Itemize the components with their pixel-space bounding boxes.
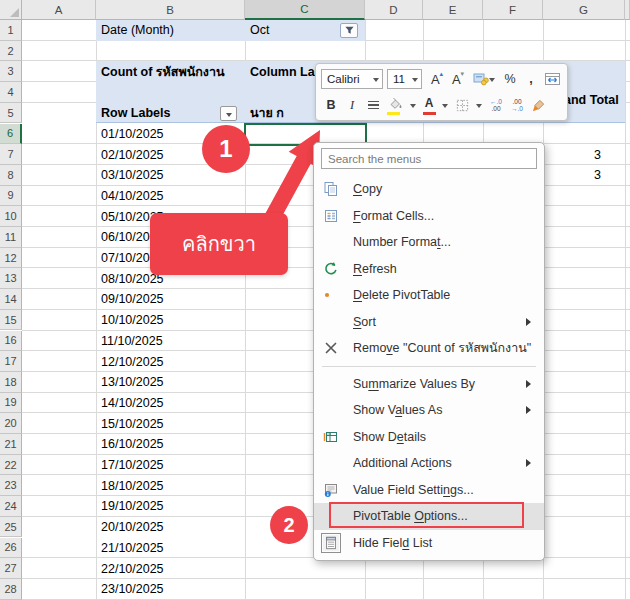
row-header-19[interactable]: 19 [0,393,22,414]
row-header-11[interactable]: 11 [0,227,22,248]
cell-date-row-16[interactable]: 11/10/2025 [96,331,245,352]
column-header-b[interactable]: B [96,0,245,20]
row-header-2[interactable]: 2 [0,41,22,62]
menu-item-show-details[interactable]: Show Details [314,424,544,451]
font-name-select[interactable]: Calibri [321,69,383,89]
submenu-arrow-icon [526,406,531,414]
cell-b5-row-labels[interactable]: Row Labels [96,103,221,124]
menu-search-input[interactable] [321,148,537,169]
bold-button[interactable]: B [321,94,341,116]
cell-date-row-9[interactable]: 04/10/2025 [96,186,245,207]
cell-grand-total-value-row-7[interactable]: 3 [543,144,625,165]
increase-decimal-button[interactable]: ←.0.00 [486,94,506,116]
row-header-26[interactable]: 26 [0,538,22,559]
decrease-decimal-button[interactable]: .00→.0 [507,94,527,116]
cell-date-row-28[interactable]: 23/10/2025 [96,579,245,600]
format-painter-button[interactable] [528,94,548,116]
decrease-font-size-button[interactable]: A▾ [448,68,468,90]
row-header-21[interactable]: 21 [0,434,22,455]
row-header-5[interactable]: 5 [0,103,22,124]
cell-date-row-25[interactable]: 20/10/2025 [96,517,245,538]
font-color-dropdown[interactable] [439,94,451,116]
row-header-13[interactable]: 13 [0,268,22,289]
cell-date-row-27[interactable]: 22/10/2025 [96,558,245,579]
menu-item-refresh[interactable]: Refresh [314,256,544,283]
cell-b3-pivot-title[interactable]: Count of รหัสพนักงาน [96,61,245,82]
column-header-d[interactable]: D [365,0,423,20]
percent-style-button[interactable]: % [500,68,520,90]
row-header-27[interactable]: 27 [0,558,22,579]
align-button[interactable] [363,94,383,116]
menu-item-copy[interactable]: Copy [314,176,544,203]
refresh-icon [323,261,339,277]
row-header-6[interactable]: 6 [0,124,22,145]
cell-date-row-23[interactable]: 18/10/2025 [96,475,245,496]
up-tick-icon: ▴ [440,70,444,78]
row-header-14[interactable]: 14 [0,289,22,310]
cell-date-row-14[interactable]: 09/10/2025 [96,289,245,310]
row-header-24[interactable]: 24 [0,496,22,517]
row-header-4[interactable]: 4 [0,82,22,103]
menu-item-summarize-values-by[interactable]: Summarize Values By [314,371,544,398]
row-header-25[interactable]: 25 [0,517,22,538]
fill-color-button[interactable] [384,94,406,116]
menu-item-format-cells[interactable]: Format Cells... [314,203,544,230]
italic-button[interactable]: I [342,94,362,116]
column-header-e[interactable]: E [423,0,483,20]
comma-style-button[interactable]: , [521,68,541,90]
cell-date-row-26[interactable]: 21/10/2025 [96,538,245,559]
row-header-9[interactable]: 9 [0,186,22,207]
row-header-3[interactable]: 3 [0,61,22,82]
column-header-g[interactable]: G [543,0,625,20]
menu-item-label: Remove "Count of รหัสพนักงาน" [353,338,531,358]
cell-b1-date-month[interactable]: Date (Month) [96,20,245,41]
row-header-15[interactable]: 15 [0,310,22,331]
increase-font-size-button[interactable]: A▴ [427,68,447,90]
borders-button[interactable] [452,94,472,116]
step-1-number: 1 [219,135,232,163]
menu-item-sort[interactable]: Sort [314,309,544,336]
row-header-23[interactable]: 23 [0,475,22,496]
cell-date-row-18[interactable]: 13/10/2025 [96,372,245,393]
menu-item-show-values-as[interactable]: Show Values As [314,397,544,424]
filter-funnel-button[interactable] [340,23,358,38]
row-header-28[interactable]: 28 [0,579,22,600]
fill-color-dropdown[interactable] [407,94,419,116]
column-header-a[interactable]: A [22,0,96,20]
row-labels-dropdown-button[interactable] [220,106,237,121]
borders-dropdown[interactable] [473,94,485,116]
font-color-button[interactable]: A [420,94,438,116]
column-header-partial[interactable] [625,0,630,20]
row-header-17[interactable]: 17 [0,351,22,372]
cell-grand-total-value-row-8[interactable]: 3 [543,165,625,186]
select-all-corner[interactable] [0,0,22,20]
menu-item-additional-actions[interactable]: Additional Actions [314,450,544,477]
row-header-20[interactable]: 20 [0,413,22,434]
cell-date-row-19[interactable]: 14/10/2025 [96,393,245,414]
cell-date-row-17[interactable]: 12/10/2025 [96,351,245,372]
menu-item-value-field-settings[interactable]: Value Field Settings... [314,477,544,504]
row-header-12[interactable]: 12 [0,248,22,269]
column-header-f[interactable]: F [483,0,543,20]
row-header-7[interactable]: 7 [0,144,22,165]
menu-item-remove-count-field[interactable]: Remove "Count of รหัสพนักงาน" [314,335,544,362]
row-header-8[interactable]: 8 [0,165,22,186]
row-header-16[interactable]: 16 [0,331,22,352]
row-header-18[interactable]: 18 [0,372,22,393]
menu-item-number-format[interactable]: Number Format... [314,229,544,256]
cell-date-row-24[interactable]: 19/10/2025 [96,496,245,517]
menu-item-delete-pivottable[interactable]: Delete PivotTable [314,282,544,309]
row-header-10[interactable]: 10 [0,206,22,227]
row-header-22[interactable]: 22 [0,455,22,476]
cell-date-row-22[interactable]: 17/10/2025 [96,455,245,476]
menu-item-pivottable-options[interactable]: PivotTable Options... [314,503,544,530]
row-header-1[interactable]: 1 [0,20,22,41]
cell-date-row-15[interactable]: 10/10/2025 [96,310,245,331]
column-header-c[interactable]: C [245,0,365,20]
cell-date-row-20[interactable]: 15/10/2025 [96,413,245,434]
font-size-select[interactable]: 11 [387,69,422,89]
menu-item-hide-field-list[interactable]: Hide Field List [314,530,544,557]
autofit-column-button[interactable] [542,68,562,90]
accounting-number-format-button[interactable] [469,68,499,90]
cell-date-row-21[interactable]: 16/10/2025 [96,434,245,455]
